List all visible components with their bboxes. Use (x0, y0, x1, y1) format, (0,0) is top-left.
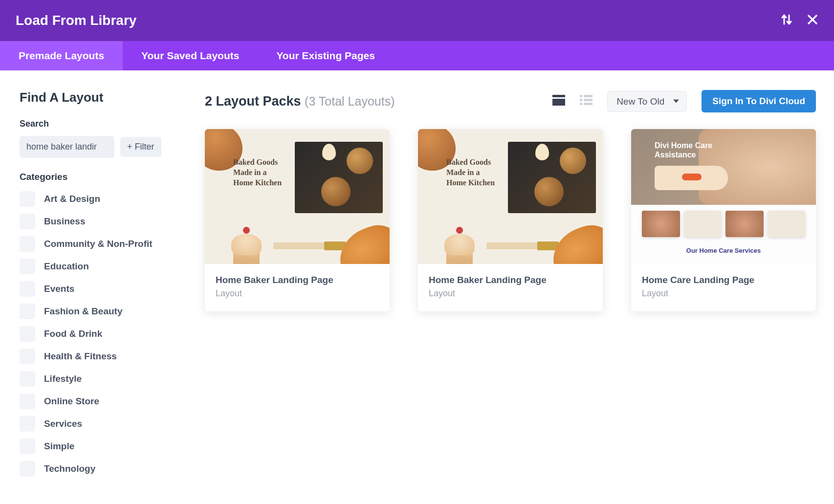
categories-label: Categories (20, 172, 178, 182)
main-panel: 2 Layout Packs (3 Total Layouts) New To … (178, 90, 816, 483)
list-view-icon[interactable] (580, 95, 593, 108)
layout-preview: Baked GoodsMade in aHome Kitchen (418, 129, 603, 264)
modal-header: Load From Library (0, 0, 834, 41)
category-label: Lifestyle (44, 373, 82, 384)
category-label: Online Store (44, 396, 99, 407)
checkbox-icon[interactable] (20, 326, 35, 342)
category-label: Education (44, 261, 89, 272)
sidebar: Find A Layout Search + Filter Categories… (20, 90, 178, 483)
category-label: Food & Drink (44, 329, 102, 339)
svg-rect-3 (584, 95, 593, 97)
tab-bar: Premade LayoutsYour Saved LayoutsYour Ex… (0, 41, 834, 70)
svg-rect-0 (552, 95, 565, 97)
layout-card[interactable]: Baked GoodsMade in aHome Kitchen Home Ba… (418, 129, 603, 311)
checkbox-icon[interactable] (20, 191, 35, 207)
close-icon[interactable] (807, 14, 818, 27)
category-art-design[interactable]: Art & Design (20, 191, 178, 207)
add-filter-button[interactable]: + Filter (120, 137, 161, 157)
tab-your-existing-pages[interactable]: Your Existing Pages (258, 41, 394, 70)
svg-rect-6 (580, 103, 582, 105)
header-actions (781, 13, 818, 28)
layout-title: Home Care Landing Page (642, 275, 805, 285)
tab-premade-layouts[interactable]: Premade Layouts (0, 41, 123, 70)
category-technology[interactable]: Technology (20, 461, 178, 477)
checkbox-icon[interactable] (20, 438, 35, 454)
category-events[interactable]: Events (20, 281, 178, 297)
layout-type: Layout (429, 288, 592, 299)
search-label: Search (20, 119, 178, 129)
svg-rect-2 (580, 95, 582, 97)
layout-type: Layout (642, 288, 805, 299)
checkbox-icon[interactable] (20, 371, 35, 387)
checkbox-icon[interactable] (20, 304, 35, 319)
category-lifestyle[interactable]: Lifestyle (20, 371, 178, 387)
category-label: Simple (44, 441, 74, 452)
category-label: Art & Design (44, 194, 100, 204)
category-business[interactable]: Business (20, 214, 178, 229)
category-label: Community & Non-Profit (44, 239, 153, 249)
svg-rect-1 (552, 99, 565, 106)
checkbox-icon[interactable] (20, 416, 35, 432)
category-simple[interactable]: Simple (20, 438, 178, 454)
category-label: Business (44, 216, 85, 227)
search-input[interactable] (20, 136, 114, 158)
sidebar-title: Find A Layout (20, 90, 178, 105)
category-community-non-profit[interactable]: Community & Non-Profit (20, 236, 178, 252)
layout-title: Home Baker Landing Page (429, 275, 592, 285)
checkbox-icon[interactable] (20, 214, 35, 229)
category-label: Health & Fitness (44, 351, 117, 362)
layout-title: Home Baker Landing Page (216, 275, 379, 285)
svg-rect-5 (584, 99, 593, 101)
category-education[interactable]: Education (20, 259, 178, 274)
layout-card[interactable]: Divi Home CareAssistance Our Home Care S… (631, 129, 816, 311)
grid-view-icon[interactable] (552, 95, 565, 108)
modal-title: Load From Library (16, 13, 136, 28)
svg-rect-4 (580, 99, 582, 101)
category-online-store[interactable]: Online Store (20, 394, 178, 409)
checkbox-icon[interactable] (20, 461, 35, 477)
layout-preview: Baked GoodsMade in aHome Kitchen (205, 129, 390, 264)
category-label: Events (44, 284, 74, 294)
category-label: Services (44, 418, 82, 429)
category-fashion-beauty[interactable]: Fashion & Beauty (20, 304, 178, 319)
checkbox-icon[interactable] (20, 394, 35, 409)
checkbox-icon[interactable] (20, 281, 35, 297)
svg-rect-7 (584, 103, 593, 105)
checkbox-icon[interactable] (20, 349, 35, 364)
category-label: Fashion & Beauty (44, 306, 122, 317)
category-health-fitness[interactable]: Health & Fitness (20, 349, 178, 364)
sort-toggle-icon[interactable] (781, 13, 792, 28)
signin-cloud-button[interactable]: Sign In To Divi Cloud (702, 90, 816, 112)
results-total: (3 Total Layouts) (305, 94, 395, 108)
checkbox-icon[interactable] (20, 236, 35, 252)
layout-preview: Divi Home CareAssistance Our Home Care S… (631, 129, 816, 264)
category-label: Technology (44, 463, 95, 474)
layout-card[interactable]: 1 Baked GoodsMade in aHome Kitchen Home … (205, 129, 390, 311)
category-services[interactable]: Services (20, 416, 178, 432)
results-count: 2 Layout Packs (205, 94, 305, 109)
tab-your-saved-layouts[interactable]: Your Saved Layouts (123, 41, 258, 70)
sort-select[interactable]: New To Old (607, 91, 687, 112)
category-food-drink[interactable]: Food & Drink (20, 326, 178, 342)
layout-type: Layout (216, 288, 379, 299)
checkbox-icon[interactable] (20, 259, 35, 274)
